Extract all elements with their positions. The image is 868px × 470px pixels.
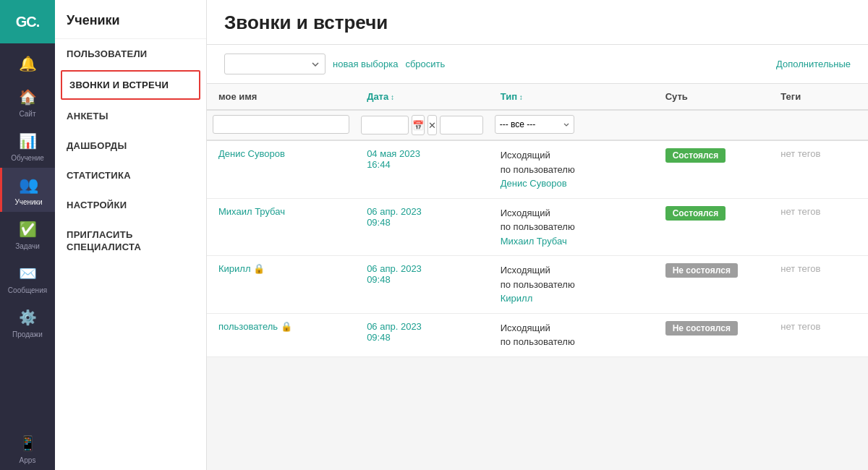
- col-header-status: Суть: [654, 84, 770, 110]
- submenu-title: Ученики: [55, 0, 206, 39]
- name-link-1[interactable]: Михаил Трубач: [218, 206, 285, 217]
- cell-name-2: Кирилл 🔒: [207, 256, 355, 314]
- sidebar-item-messages[interactable]: ✉️ Сообщения: [0, 256, 55, 300]
- filter-name-cell: [207, 110, 355, 140]
- table-container: мое имя Дата Тип Суть Теги 📅 ✕: [207, 84, 868, 470]
- home-icon: 🏠: [17, 87, 38, 107]
- cell-date-0: 04 мая 202316:44: [355, 140, 489, 198]
- cell-name-0: Денис Суворов: [207, 140, 355, 198]
- cell-tags-1: нет тегов: [769, 198, 868, 256]
- calls-table: мое имя Дата Тип Суть Теги 📅 ✕: [207, 84, 868, 357]
- cell-tags-2: нет тегов: [769, 256, 868, 314]
- table-filter-row: 📅 ✕ --- все ---: [207, 110, 868, 140]
- sidebar-item-notifications[interactable]: 🔔: [0, 43, 55, 80]
- filter-date-input[interactable]: [361, 116, 409, 134]
- messages-icon: ✉️: [17, 263, 38, 283]
- sidebar-item-sales[interactable]: ⚙️ Продажи: [0, 300, 55, 344]
- table-header-row: мое имя Дата Тип Суть Теги: [207, 84, 868, 110]
- filter-bar: новая выборка сбросить Дополнительные: [207, 45, 868, 84]
- filter-name-input[interactable]: [213, 115, 349, 134]
- submenu-item-users[interactable]: ПОЛЬЗОВАТЕЛИ: [55, 39, 206, 69]
- cell-status-0: Состоялся: [654, 140, 770, 198]
- table-row: Кирилл 🔒 06 апр. 202309:48 Исходящийпо п…: [207, 256, 868, 314]
- main-header: Звонки и встречи: [207, 0, 868, 45]
- filter-select[interactable]: [224, 54, 326, 74]
- sidebar-item-apps[interactable]: 📱 Apps: [0, 426, 55, 470]
- cell-type-3: Исходящийпо пользователю: [489, 313, 654, 356]
- additional-filters-link[interactable]: Дополнительные: [776, 59, 851, 69]
- name-link-0[interactable]: Денис Суворов: [218, 148, 285, 159]
- new-selection-link[interactable]: новая выборка: [333, 59, 398, 69]
- app-logo[interactable]: GC.: [0, 0, 55, 43]
- submenu-panel: Ученики ПОЛЬЗОВАТЕЛИ ЗВОНКИ И ВСТРЕЧИ АН…: [55, 0, 207, 470]
- cell-name-3: пользователь 🔒: [207, 313, 355, 356]
- table-row: пользователь 🔒 06 апр. 202309:48 Исходящ…: [207, 313, 868, 356]
- notifications-icon: 🔔: [17, 54, 38, 74]
- clear-date-button[interactable]: ✕: [427, 115, 437, 135]
- sidebar-item-messages-label: Сообщения: [8, 286, 47, 294]
- submenu-item-settings[interactable]: НАСТРОЙКИ: [55, 190, 206, 220]
- submenu-item-calls[interactable]: ЗВОНКИ И ВСТРЕЧИ: [61, 70, 200, 100]
- status-badge-0: Состоялся: [665, 148, 726, 163]
- col-header-name: мое имя: [207, 84, 355, 110]
- sidebar-item-learning[interactable]: 📊 Обучение: [0, 124, 55, 168]
- submenu-item-stats[interactable]: СТАТИСТИКА: [55, 161, 206, 190]
- type-person-link-2[interactable]: Кирилл: [501, 293, 533, 304]
- cell-date-1: 06 апр. 202309:48: [355, 198, 489, 256]
- filter-type-select[interactable]: --- все ---: [495, 115, 574, 134]
- apps-icon: 📱: [17, 433, 38, 453]
- status-badge-2: Не состоялся: [665, 263, 738, 278]
- status-badge-3: Не состоялся: [665, 321, 738, 336]
- type-person-link-1[interactable]: Михаил Трубач: [501, 236, 567, 247]
- submenu-item-surveys[interactable]: АНКЕТЫ: [55, 101, 206, 131]
- name-link-3[interactable]: пользователь 🔒: [218, 321, 292, 332]
- sidebar-item-apps-label: Apps: [20, 456, 36, 464]
- cell-date-2: 06 апр. 202309:48: [355, 256, 489, 314]
- sidebar-item-learning-label: Обучение: [11, 154, 44, 162]
- sidebar-item-site-label: Сайт: [19, 110, 35, 118]
- cell-status-3: Не состоялся: [654, 313, 770, 356]
- filter-status-cell: [654, 110, 770, 140]
- reset-link[interactable]: сбросить: [405, 59, 445, 69]
- col-header-type[interactable]: Тип: [489, 84, 654, 110]
- status-badge-1: Состоялся: [665, 206, 726, 221]
- sidebar-item-students[interactable]: 👥 Ученики: [0, 168, 55, 212]
- sidebar-item-students-label: Ученики: [14, 198, 42, 206]
- type-person-link-0[interactable]: Денис Суворов: [501, 178, 567, 189]
- students-icon: 👥: [19, 175, 39, 195]
- main-content: Звонки и встречи новая выборка сбросить …: [207, 0, 868, 470]
- cell-tags-3: нет тегов: [769, 313, 868, 356]
- cell-name-1: Михаил Трубач: [207, 198, 355, 256]
- cell-date-3: 06 апр. 202309:48: [355, 313, 489, 356]
- sidebar-item-site[interactable]: 🏠 Сайт: [0, 80, 55, 124]
- cell-type-2: Исходящийпо пользователю Кирилл: [489, 256, 654, 314]
- tasks-icon: ✅: [17, 219, 38, 239]
- table-body: Денис Суворов 04 мая 202316:44 Исходящий…: [207, 140, 868, 356]
- col-header-date[interactable]: Дата: [355, 84, 489, 110]
- cell-type-0: Исходящийпо пользователю Денис Суворов: [489, 140, 654, 198]
- sidebar-item-sales-label: Продажи: [12, 330, 43, 338]
- table-row: Денис Суворов 04 мая 202316:44 Исходящий…: [207, 140, 868, 198]
- cell-status-1: Состоялся: [654, 198, 770, 256]
- sidebar-item-tasks-label: Задачи: [15, 242, 40, 250]
- filter-date-end-input[interactable]: [440, 116, 483, 134]
- learning-icon: 📊: [17, 131, 38, 151]
- cell-status-2: Не состоялся: [654, 256, 770, 314]
- cell-tags-0: нет тегов: [769, 140, 868, 198]
- table-row: Михаил Трубач 06 апр. 202309:48 Исходящи…: [207, 198, 868, 256]
- filter-type-cell: --- все ---: [489, 110, 654, 140]
- filter-tags-cell: [769, 110, 868, 140]
- page-title: Звонки и встречи: [224, 12, 851, 34]
- cell-type-1: Исходящийпо пользователю Михаил Трубач: [489, 198, 654, 256]
- sidebar-item-tasks[interactable]: ✅ Задачи: [0, 212, 55, 256]
- col-header-tags: Теги: [769, 84, 868, 110]
- submenu-item-invite[interactable]: ПРИГЛАСИТЬ СПЕЦИАЛИСТА: [55, 220, 206, 263]
- sales-icon: ⚙️: [17, 307, 38, 328]
- submenu-item-dashboards[interactable]: ДАШБОРДЫ: [55, 131, 206, 161]
- sidebar-icons: GC. 🔔 🏠 Сайт 📊 Обучение 👥 Ученики ✅ Зада…: [0, 0, 55, 470]
- calendar-button[interactable]: 📅: [412, 115, 425, 135]
- filter-date-cell: 📅 ✕: [355, 110, 489, 140]
- name-link-2[interactable]: Кирилл 🔒: [218, 263, 265, 274]
